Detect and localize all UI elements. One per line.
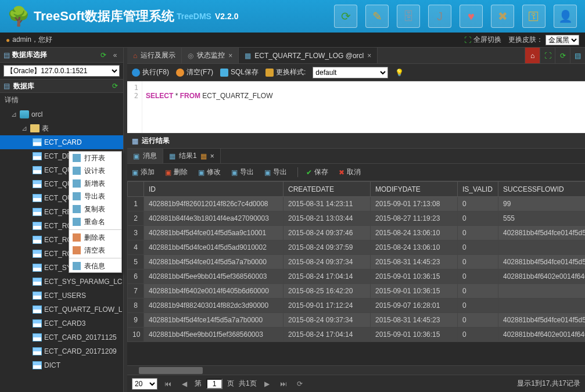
table-row[interactable]: 2402881b84f4e3b18014f4ea4270900032015-08… — [128, 211, 586, 226]
cell[interactable]: 402881bb4f6402e0014f6405b6d60000 — [144, 284, 283, 299]
table-row[interactable]: 9402881bb4f5d4fce14f5d5a7a7b00002015-08-… — [128, 313, 586, 328]
table-row[interactable]: 3402881bb4f5d4fce014f5d5aa9c100012015-08… — [128, 226, 586, 240]
tab-status-monitor[interactable]: ◎ 状态监控 × — [182, 48, 239, 63]
horizontal-scrollbar[interactable] — [127, 365, 585, 375]
table-row[interactable]: 10402881bb4f5ee9bb01f5ef3685600032015-08… — [128, 328, 586, 342]
cell[interactable]: 2015-08-24 17:04:14 — [283, 328, 371, 342]
refresh-icon[interactable]: ⟳ — [334, 5, 357, 28]
cell[interactable]: 402881bb4f5d4fce014f5d5a — [498, 226, 586, 240]
scrollbar-thumb[interactable] — [139, 367, 203, 374]
cell[interactable]: 0 — [458, 284, 498, 299]
cell[interactable]: 2015-08-27 11:19:23 — [371, 211, 458, 226]
tab-table-editor[interactable]: ▦ ECT_QUARTZ_FLOW_LOG @orcl × — [239, 48, 378, 63]
cell[interactable]: 402881bb4f6402e0014f6405 — [498, 328, 586, 342]
tree-table-node[interactable]: ECT_CARD_20171209 — [0, 344, 123, 358]
page-size-select[interactable]: 20 — [132, 378, 157, 390]
column-header[interactable]: SUCCESSFLOWID — [498, 182, 586, 197]
collapse-sidebar-icon[interactable]: « — [110, 51, 120, 60]
delete-row-button[interactable]: ▣删除 — [165, 167, 188, 177]
table-row[interactable]: 8402881b94f882403014f882dc3d900002015-09… — [128, 299, 586, 313]
cell[interactable]: 2015-08-31 14:23:11 — [283, 197, 371, 211]
heart-icon[interactable]: ♥ — [460, 5, 483, 28]
save-sql-button[interactable]: SQL保存 — [220, 67, 259, 77]
collapse-toggle-icon[interactable]: ⊿ — [10, 110, 17, 118]
cell[interactable]: 402881bb4f5d4fce014f5d5a — [498, 313, 586, 328]
close-icon[interactable]: × — [367, 52, 371, 60]
tabs-menu-button[interactable]: ▤ — [570, 48, 585, 63]
bulb-icon[interactable]: 💡 — [395, 69, 404, 77]
ctx-item[interactable]: 打开表 — [69, 152, 121, 164]
ctx-item[interactable]: 表信息 — [69, 260, 121, 272]
letter-j-icon[interactable]: J — [428, 5, 451, 28]
style-button[interactable]: 更换样式: — [265, 67, 306, 77]
column-header[interactable]: ID — [144, 182, 283, 197]
cell[interactable]: 2015-09-07 16:28:01 — [371, 299, 458, 313]
page-input[interactable] — [206, 379, 222, 389]
export2-button[interactable]: ▣导出 — [264, 167, 287, 177]
ctx-item[interactable]: 导出表 — [69, 190, 121, 203]
tree-table-node[interactable]: ECT_USERS — [0, 289, 123, 303]
cell[interactable]: 402881bb4f5d4fce014f5d5a — [498, 255, 586, 269]
sql-code[interactable]: SELECT * FROM ECT_QUARTZ_FLOW — [142, 81, 276, 133]
cell[interactable]: 402881b94f882403014f882dc3d90000 — [144, 299, 283, 313]
next-page-button[interactable]: ▶ — [261, 380, 273, 388]
tree-tables-node[interactable]: ⊿ 表 — [0, 121, 123, 135]
refresh-sidebar-icon[interactable]: ⟳ — [99, 51, 108, 60]
tree-table-node[interactable]: ECT_CARD3 — [0, 317, 123, 330]
cell[interactable]: 2015-08-24 09:37:59 — [283, 240, 371, 255]
cell[interactable]: 2015-09-01 17:13:08 — [371, 197, 458, 211]
style-select[interactable]: default — [313, 67, 388, 78]
cancel-rows-button[interactable]: ✖取消 — [339, 167, 361, 177]
edit-row-button[interactable]: ▣修改 — [198, 167, 221, 177]
cell[interactable]: 0 — [458, 240, 498, 255]
result-grid[interactable]: IDCREATEDATEMODIFYDATEIS_VALIDSUCCESSFLO… — [127, 181, 585, 365]
cell[interactable]: 2015-08-24 13:06:10 — [371, 226, 458, 240]
cell[interactable] — [498, 299, 586, 313]
ctx-item[interactable]: 删除表 — [69, 231, 121, 244]
skin-select[interactable]: 金属黑 — [545, 35, 579, 45]
cell[interactable]: 0 — [458, 269, 498, 284]
cell[interactable]: 0 — [458, 211, 498, 226]
refresh-db-icon[interactable]: ⟳ — [110, 81, 120, 91]
tree-table-node[interactable]: ECT_SYS_PARAMG_LC — [0, 275, 123, 289]
ctx-item[interactable]: 重命名 — [69, 215, 121, 228]
cell[interactable]: 402881bb4f6402e0014f6405 — [498, 269, 586, 284]
cell[interactable]: 2015-09-01 10:36:15 — [371, 328, 458, 342]
tab-messages[interactable]: ▣ 消息 — [127, 149, 163, 163]
key-icon[interactable]: ⚿ — [522, 5, 545, 28]
tree-table-node[interactable]: DICT — [0, 358, 123, 372]
table-row[interactable]: 7402881bb4f6402e0014f6405b6d600002015-08… — [128, 284, 586, 299]
cell[interactable]: 0 — [458, 299, 498, 313]
collapse-toggle-icon[interactable]: ⊿ — [21, 124, 28, 132]
tree-table-node[interactable]: ECT_QUARTZ_FLOW_L — [0, 303, 123, 317]
expand-button[interactable]: ⛶ — [540, 48, 555, 63]
cell[interactable]: 0 — [458, 328, 498, 342]
cell[interactable]: 555 — [498, 211, 586, 226]
cell[interactable] — [498, 284, 586, 299]
cell[interactable]: 402881bb4f5d4fce014f5d5a7a7b0000 — [144, 255, 283, 269]
tree-db-node[interactable]: ⊿ orcl — [0, 107, 123, 121]
cell[interactable]: 2015-08-31 14:45:23 — [371, 255, 458, 269]
add-row-button[interactable]: ▣添加 — [132, 167, 155, 177]
column-header[interactable]: MODIFYDATE — [371, 182, 458, 197]
run-button[interactable]: 执行(F8) — [132, 67, 169, 77]
ctx-item[interactable]: 复制表 — [69, 203, 121, 215]
fullscreen-toggle[interactable]: 全屏切换 — [473, 35, 501, 45]
cell[interactable]: 2015-09-01 10:36:15 — [371, 269, 458, 284]
cell[interactable]: 402881bb4f5ee9bb014f5ef368560003 — [144, 269, 283, 284]
last-page-button[interactable]: ⏭ — [278, 380, 289, 388]
export1-button[interactable]: ▣导出 — [231, 167, 254, 177]
first-page-button[interactable]: ⏮ — [162, 380, 174, 388]
cell[interactable]: 2015-08-24 09:37:34 — [283, 313, 371, 328]
ctx-item[interactable]: 设计表 — [69, 164, 121, 177]
cell[interactable]: 99 — [498, 197, 586, 211]
cell[interactable]: 2015-08-24 09:37:46 — [283, 226, 371, 240]
cell[interactable]: 0 — [458, 197, 498, 211]
close-icon[interactable]: × — [210, 152, 214, 160]
cell[interactable]: 0 — [458, 313, 498, 328]
cell[interactable]: 402881bb4f5d4fce014f5d5ad9010002 — [144, 240, 283, 255]
cell[interactable] — [498, 240, 586, 255]
cell[interactable]: 2015-08-21 13:03:44 — [283, 211, 371, 226]
cell[interactable]: 402881bb4f5d4fce014f5d5aa9c10001 — [144, 226, 283, 240]
user-icon[interactable]: 👤 — [554, 5, 577, 28]
